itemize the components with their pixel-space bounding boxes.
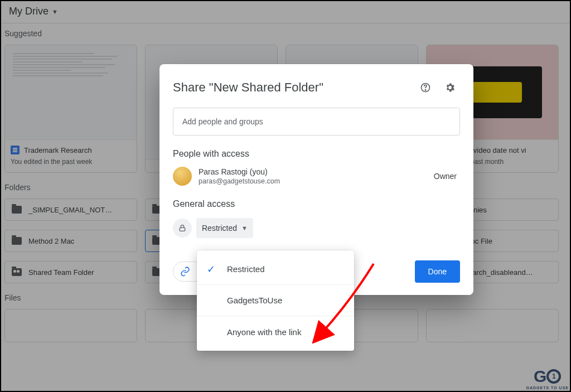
watermark-text: GADGETS TO USE [526,386,569,390]
folder-icon [12,206,22,214]
lock-icon [173,219,192,238]
shared-folder-icon [12,268,22,276]
folder-label: Method 2 Mac [28,237,74,245]
person-email: paras@gadgetstouse.com [199,177,280,185]
file-card[interactable] [426,309,559,342]
watermark: G1 GADGETS TO USE [526,367,569,390]
access-dropdown-menu: ✓ Restricted GadgetsToUse Anyone with th… [197,250,354,351]
svg-rect-2 [180,228,185,231]
card-subtitle: You edited in the past week [11,158,131,166]
folder-label: _SIMPLE_GMAIL_NOT… [28,206,112,214]
svg-point-1 [425,90,425,90]
folder-item[interactable]: Shared Team Folder [4,261,137,283]
doc-thumbnail [5,45,137,140]
suggested-card[interactable]: Trademark Research You edited in the pas… [4,45,137,173]
avatar [173,167,192,186]
folder-icon [12,237,22,245]
suggested-heading: Suggested [0,23,571,40]
person-name: Paras Rastogi (you) [199,167,280,176]
dialog-title: Share "New Shared Folder" [173,80,323,95]
folder-item[interactable]: Method 2 Mac [4,230,137,252]
gear-icon[interactable] [440,78,460,98]
drive-title: My Drive [9,6,49,17]
help-icon[interactable] [415,78,435,98]
access-dropdown-trigger[interactable]: Restricted ▼ [196,218,253,238]
option-label: Restricted [227,264,265,274]
folder-label: Shared Team Folder [28,268,94,277]
option-label: Anyone with the link [227,327,301,337]
option-label: GadgetsToUse [227,296,282,305]
add-people-input[interactable]: Add people and groups [173,108,460,135]
check-icon: ✓ [207,263,215,275]
dropdown-option-anyone[interactable]: Anyone with the link [197,316,354,347]
chevron-down-icon: ▼ [52,8,58,15]
person-role: Owner [434,172,460,181]
docs-icon [11,146,20,154]
add-people-placeholder: Add people and groups [182,117,263,126]
people-access-heading: People with access [173,149,460,159]
folder-item[interactable]: _SIMPLE_GMAIL_NOT… [4,199,137,221]
person-row: Paras Rastogi (you) paras@gadgetstouse.c… [173,167,460,186]
done-button[interactable]: Done [415,260,460,283]
general-access-heading: General access [173,199,460,209]
file-card[interactable] [4,309,137,342]
breadcrumb[interactable]: My Drive ▼ [0,0,571,23]
dropdown-option-org[interactable]: GadgetsToUse [197,285,354,316]
chevron-down-icon: ▼ [241,225,248,231]
dropdown-option-restricted[interactable]: ✓ Restricted [197,254,354,285]
card-title: Trademark Research [24,146,92,154]
access-label: Restricted [202,224,237,233]
